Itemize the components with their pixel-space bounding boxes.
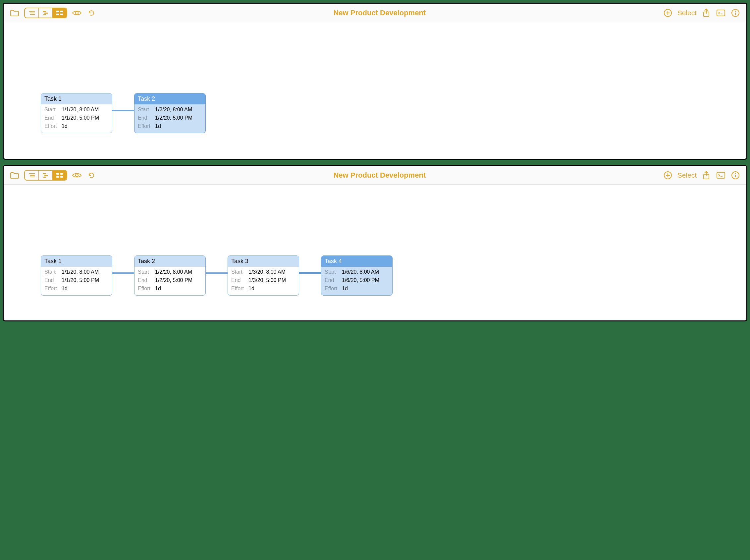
end-label: End (325, 276, 339, 285)
effort-label: Effort (44, 122, 59, 131)
effort-label: Effort (325, 285, 339, 293)
svg-rect-7 (60, 11, 63, 12)
app-window: New Product Development Select Task 1 St… (3, 165, 747, 321)
effort-value: 1d (155, 122, 161, 131)
effort-label: Effort (138, 122, 153, 131)
start-value: 1/2/20, 8:00 AM (155, 268, 192, 276)
svg-rect-35 (717, 172, 725, 178)
task-title: Task 1 (41, 256, 112, 267)
dependency-link[interactable] (204, 273, 230, 274)
effort-label: Effort (231, 285, 246, 293)
task-card[interactable]: Task 4 Start1/6/20, 8:00 AM End1/6/20, 5… (321, 256, 392, 296)
console-icon (716, 172, 726, 179)
end-value: 1/2/20, 5:00 PM (155, 276, 192, 285)
dependency-link[interactable] (297, 272, 324, 274)
svg-rect-28 (56, 176, 59, 178)
documents-button[interactable] (9, 170, 20, 180)
gantt-view-icon (42, 10, 50, 16)
view-options-button[interactable] (72, 170, 82, 180)
svg-rect-9 (60, 14, 63, 15)
undo-icon (87, 171, 96, 180)
page-title[interactable]: New Product Development (102, 8, 657, 17)
start-label: Start (44, 268, 59, 276)
task-title: Task 1 (41, 94, 112, 104)
console-button[interactable] (716, 8, 726, 18)
task-body: Start1/1/20, 8:00 AM End1/1/20, 5:00 PM … (41, 104, 112, 133)
task-body: Start1/2/20, 8:00 AM End1/2/20, 5:00 PM … (135, 267, 205, 295)
view-options-button[interactable] (72, 8, 82, 18)
add-button[interactable] (663, 170, 673, 180)
select-button[interactable]: Select (677, 9, 697, 17)
view-outline-button[interactable] (25, 8, 39, 18)
view-gantt-button[interactable] (39, 171, 53, 180)
network-canvas[interactable]: Task 1 Start1/1/20, 8:00 AM End1/1/20, 5… (4, 22, 746, 159)
task-card[interactable]: Task 3 Start1/3/20, 8:00 AM End1/3/20, 5… (228, 256, 299, 296)
eye-icon (72, 9, 82, 16)
view-outline-button[interactable] (25, 171, 39, 180)
svg-point-38 (735, 173, 736, 174)
select-button[interactable]: Select (677, 171, 697, 179)
toolbar: New Product Development Select (4, 4, 746, 22)
task-body: Start1/6/20, 8:00 AM End1/6/20, 5:00 PM … (321, 267, 392, 295)
task-body: Start1/3/20, 8:00 AM End1/3/20, 5:00 PM … (228, 267, 299, 295)
end-value: 1/2/20, 5:00 PM (155, 114, 192, 122)
effort-value: 1d (62, 285, 67, 293)
dependency-link[interactable] (110, 273, 137, 274)
start-value: 1/1/20, 8:00 AM (62, 106, 99, 114)
task-card[interactable]: Task 1 Start1/1/20, 8:00 AM End1/1/20, 5… (41, 93, 112, 133)
start-label: Start (44, 106, 59, 114)
start-label: Start (231, 268, 246, 276)
task-card[interactable]: Task 1 Start1/1/20, 8:00 AM End1/1/20, 5… (41, 256, 112, 296)
svg-rect-3 (43, 11, 46, 12)
svg-rect-5 (43, 14, 46, 15)
task-card[interactable]: Task 2 Start1/2/20, 8:00 AM End1/2/20, 5… (134, 256, 206, 296)
svg-rect-29 (60, 176, 63, 178)
start-value: 1/3/20, 8:00 AM (248, 268, 286, 276)
view-network-button[interactable] (53, 8, 66, 18)
task-title: Task 3 (228, 256, 299, 267)
start-label: Start (325, 268, 339, 276)
svg-rect-6 (56, 11, 59, 12)
effort-label: Effort (138, 285, 153, 293)
page-title[interactable]: New Product Development (102, 171, 657, 180)
effort-value: 1d (62, 122, 67, 131)
end-value: 1/1/20, 5:00 PM (62, 276, 99, 285)
effort-label: Effort (44, 285, 59, 293)
add-button[interactable] (663, 8, 673, 18)
console-button[interactable] (716, 170, 726, 180)
end-label: End (44, 114, 59, 122)
view-switcher (24, 7, 67, 18)
view-switcher (24, 170, 67, 181)
outline-view-icon (28, 172, 36, 178)
task-body: Start1/2/20, 8:00 AM End1/2/20, 5:00 PM … (135, 104, 205, 133)
end-label: End (231, 276, 246, 285)
dependency-link[interactable] (110, 110, 137, 111)
start-label: Start (138, 268, 153, 276)
info-button[interactable] (730, 170, 741, 180)
undo-button[interactable] (86, 8, 96, 18)
share-button[interactable] (701, 8, 711, 18)
task-title: Task 2 (135, 94, 205, 104)
task-title: Task 2 (135, 256, 205, 267)
svg-rect-4 (44, 13, 48, 14)
end-value: 1/1/20, 5:00 PM (62, 114, 99, 122)
view-gantt-button[interactable] (39, 8, 53, 18)
task-body: Start1/1/20, 8:00 AM End1/1/20, 5:00 PM … (41, 267, 112, 295)
share-button[interactable] (701, 170, 711, 180)
view-network-button[interactable] (53, 171, 66, 180)
network-canvas[interactable]: Task 1 Start1/1/20, 8:00 AM End1/1/20, 5… (4, 184, 746, 320)
network-view-icon (56, 172, 64, 178)
end-value: 1/6/20, 5:00 PM (342, 276, 379, 285)
svg-rect-27 (60, 173, 63, 175)
svg-rect-26 (56, 173, 59, 175)
undo-button[interactable] (86, 170, 96, 180)
toolbar: New Product Development Select (4, 166, 746, 184)
documents-button[interactable] (9, 8, 20, 18)
eye-icon (72, 172, 82, 179)
task-card[interactable]: Task 2 Start1/2/20, 8:00 AM End1/2/20, 5… (134, 93, 206, 133)
svg-rect-8 (56, 14, 59, 15)
svg-point-18 (735, 11, 736, 12)
info-button[interactable] (730, 8, 741, 18)
share-icon (702, 8, 710, 18)
svg-point-10 (76, 12, 78, 14)
